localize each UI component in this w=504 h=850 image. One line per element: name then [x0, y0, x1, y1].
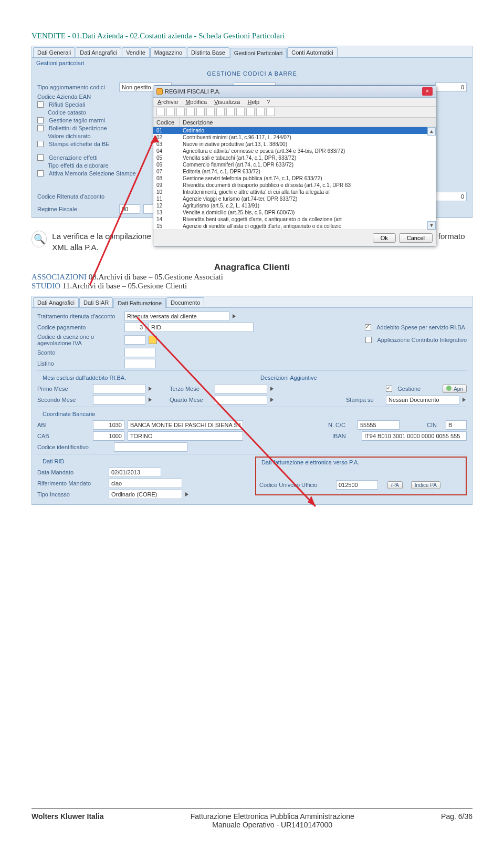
- toolbar-icon[interactable]: [216, 108, 225, 116]
- input-secondo[interactable]: [93, 395, 145, 405]
- ok-button[interactable]: Ok: [373, 233, 396, 243]
- input-data-mandato[interactable]: [109, 468, 161, 477]
- input-cin[interactable]: [446, 420, 467, 430]
- input-percent[interactable]: [435, 192, 467, 201]
- dropdown-icon[interactable]: [149, 398, 153, 402]
- panel-gestioni-particolari: Dati Generali Dati Anagrafici Vendite Ma…: [32, 46, 472, 218]
- scroll-down-icon[interactable]: ▼: [427, 221, 436, 230]
- dropdown-icon[interactable]: [185, 492, 190, 496]
- input-terzo[interactable]: [215, 384, 267, 393]
- dropdown-icon[interactable]: [233, 314, 237, 318]
- tab-dati-siar[interactable]: Dati SIAR: [79, 297, 113, 307]
- lookup-icon[interactable]: [149, 336, 157, 344]
- menu-help[interactable]: Help: [247, 99, 259, 105]
- list-row[interactable]: 07Editoria (art.74, c.1, DPR 633/72): [153, 168, 436, 175]
- list-row[interactable]: 08Gestione servizi telefonia pubblica (a…: [153, 175, 436, 182]
- menu-q[interactable]: ?: [267, 99, 270, 105]
- list-row[interactable]: 09Rivendita documenti di trasporto pubbl…: [153, 182, 436, 189]
- list-row[interactable]: 11Agenzie viaggi e turismo (art.74-ter, …: [153, 195, 436, 202]
- input-cod-ufficio[interactable]: [336, 480, 378, 490]
- ipa-button[interactable]: iPA: [387, 481, 403, 489]
- tab-dati-generali[interactable]: Dati Generali: [33, 47, 75, 57]
- input-esenzione[interactable]: [124, 335, 145, 345]
- list-row[interactable]: 14Rivendita beni usati, oggetti d'arte, …: [153, 216, 436, 223]
- list-row[interactable]: 03Nuove iniziative produttive (art.13, L…: [153, 141, 436, 148]
- list-row[interactable]: 05Vendita sali e tabacchi (art.74, c.1, …: [153, 154, 436, 161]
- list-row[interactable]: 06Commercio fiammiferi (art.74, c.1, DPR…: [153, 161, 436, 168]
- toolbar-icon[interactable]: [256, 108, 265, 116]
- menu-visualizza[interactable]: Visualizza: [214, 99, 240, 105]
- input-abi-desc[interactable]: [128, 420, 243, 430]
- tab-documento[interactable]: Documento: [166, 297, 204, 307]
- footer-center-1: Fatturazione Elettronica Pubblica Ammini…: [103, 812, 441, 821]
- checkbox-gestione[interactable]: [386, 386, 392, 392]
- input-codpag[interactable]: [124, 323, 145, 332]
- toolbar-icon[interactable]: [186, 108, 195, 116]
- input-stampa[interactable]: [386, 395, 459, 405]
- list-row[interactable]: 10Intrattenimenti, giochi e altre attivi…: [153, 189, 436, 195]
- tab-dati-anagrafici[interactable]: Dati Anagrafici: [76, 47, 121, 57]
- close-icon[interactable]: ×: [422, 87, 433, 96]
- tab-dati-fatturazione[interactable]: Dati Fatturazione: [113, 298, 166, 308]
- toolbar-icon[interactable]: [266, 108, 275, 116]
- input-cab-desc[interactable]: [128, 431, 243, 441]
- list-row[interactable]: 02Contribuenti minimi (art.1, c.96-117, …: [153, 134, 436, 141]
- input-codice-nazione[interactable]: [435, 82, 467, 92]
- input-trattamento[interactable]: [124, 312, 229, 321]
- list-row[interactable]: 13Vendite a domicilio (art.25-bis, c.6, …: [153, 209, 436, 216]
- scroll-up-icon[interactable]: ▲: [427, 127, 436, 136]
- dropdown-icon[interactable]: [270, 398, 275, 402]
- menu-archivio[interactable]: Archivio: [158, 99, 178, 105]
- input-sconto[interactable]: [124, 348, 156, 357]
- toolbar-icon[interactable]: [156, 108, 165, 116]
- checkbox-rifiuti[interactable]: [37, 101, 44, 108]
- toolbar-icon[interactable]: [246, 108, 255, 116]
- list-row[interactable]: 01Ordinario: [153, 127, 436, 134]
- input-listino[interactable]: [124, 359, 156, 368]
- cancel-button[interactable]: Cancel: [399, 233, 433, 243]
- tab-magazzino[interactable]: Magazzino: [150, 47, 186, 57]
- checkbox-stampa-be[interactable]: [37, 141, 44, 147]
- list-row[interactable]: 04Agricoltura e attivita' connesse e pes…: [153, 148, 436, 154]
- indicepa-button[interactable]: Indice PA: [411, 481, 440, 489]
- checkbox-memoria[interactable]: [37, 170, 44, 177]
- toolbar-icon[interactable]: [236, 108, 245, 116]
- checkbox-bollettini[interactable]: [37, 125, 44, 131]
- checkbox-taglio[interactable]: [37, 117, 44, 123]
- tab-gestioni-particolari[interactable]: Gestioni Particolari: [230, 48, 287, 58]
- input-codid[interactable]: [114, 442, 187, 452]
- toolbar-icon[interactable]: [226, 108, 235, 116]
- input-ncc[interactable]: [358, 420, 400, 430]
- checkbox-gen-eff[interactable]: [37, 154, 44, 161]
- toolbar-icon[interactable]: [176, 108, 185, 116]
- input-cab[interactable]: [93, 431, 124, 441]
- modal-list[interactable]: 01Ordinario02Contribuenti minimi (art.1,…: [153, 127, 436, 230]
- checkbox-addebito[interactable]: [365, 324, 371, 330]
- checkbox-contrib[interactable]: [365, 337, 372, 343]
- col-codice[interactable]: Codice: [153, 118, 180, 127]
- input-quarto[interactable]: [215, 395, 267, 405]
- input-abi[interactable]: [93, 420, 124, 430]
- input-primo[interactable]: [93, 384, 145, 393]
- input-iban[interactable]: [362, 431, 467, 441]
- input-rif-mandato[interactable]: [109, 479, 182, 488]
- tab-dati-anagrafici-2[interactable]: Dati Anagrafici: [33, 297, 79, 307]
- toolbar-icon[interactable]: [166, 108, 175, 116]
- tab-conti-automatici[interactable]: Conti Automatici: [287, 47, 337, 57]
- input-regime[interactable]: [119, 204, 140, 214]
- tab-vendite[interactable]: Vendite: [122, 47, 150, 57]
- dropdown-icon[interactable]: [149, 387, 153, 391]
- shield-icon: [156, 88, 163, 95]
- input-codpag-desc[interactable]: [149, 323, 254, 332]
- toolbar-icon[interactable]: [196, 108, 205, 116]
- menu-modifica[interactable]: Modifica: [185, 99, 207, 105]
- tab-distinta-base[interactable]: Distinta Base: [187, 47, 229, 57]
- input-tipo-incasso[interactable]: [109, 490, 182, 499]
- list-row[interactable]: 12Agriturismo (art.5, c.2, L. 413/91): [153, 202, 436, 209]
- col-descrizione[interactable]: Descrizione: [180, 118, 436, 127]
- toolbar-icon[interactable]: [206, 108, 215, 116]
- apri-button[interactable]: Apri: [443, 385, 467, 393]
- dropdown-icon[interactable]: [270, 387, 275, 391]
- list-row[interactable]: 15Agenzie di vendite all'asta di oggetti…: [153, 223, 436, 230]
- dropdown-icon[interactable]: [463, 398, 467, 402]
